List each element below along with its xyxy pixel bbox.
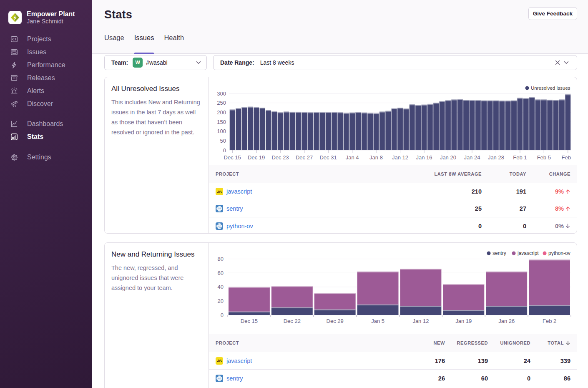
svg-text:Jan 12: Jan 12 — [392, 154, 408, 161]
svg-text:0: 0 — [223, 147, 226, 154]
svg-text:200: 200 — [217, 109, 226, 116]
svg-text:40: 40 — [218, 284, 224, 290]
svg-text:Jan 12: Jan 12 — [412, 318, 429, 324]
svg-text:Jan 4: Jan 4 — [346, 154, 359, 161]
svg-text:150: 150 — [217, 119, 226, 125]
svg-text:Feb 5: Feb 5 — [537, 154, 551, 161]
svg-text:250: 250 — [217, 100, 226, 106]
svg-text:Jan 26: Jan 26 — [498, 318, 515, 324]
svg-text:80: 80 — [218, 256, 224, 262]
svg-text:Feb 2: Feb 2 — [543, 318, 556, 324]
svg-text:Dec 31: Dec 31 — [319, 154, 337, 161]
svg-text:0: 0 — [221, 312, 224, 318]
svg-text:python-ov: python-ov — [548, 250, 570, 256]
svg-text:Dec 19: Dec 19 — [248, 154, 265, 161]
svg-text:Unresolved Issues: Unresolved Issues — [531, 86, 570, 91]
svg-text:100: 100 — [217, 128, 226, 134]
svg-text:Feb: Feb — [562, 154, 571, 161]
svg-text:Jan 20: Jan 20 — [440, 154, 456, 161]
svg-text:Dec 15: Dec 15 — [241, 318, 258, 324]
svg-text:sentry: sentry — [493, 250, 506, 256]
svg-text:Jan 16: Jan 16 — [416, 154, 432, 161]
svg-text:Jan 19: Jan 19 — [455, 318, 472, 324]
svg-text:60: 60 — [218, 270, 224, 276]
svg-text:Dec 15: Dec 15 — [224, 154, 241, 161]
svg-text:Jan 5: Jan 5 — [371, 318, 384, 324]
svg-text:Dec 23: Dec 23 — [271, 154, 289, 161]
svg-text:Jan 28: Jan 28 — [488, 154, 504, 161]
svg-text:Feb 1: Feb 1 — [513, 154, 527, 161]
svg-text:300: 300 — [217, 91, 226, 97]
svg-text:javascript: javascript — [517, 250, 539, 256]
svg-text:Dec 27: Dec 27 — [296, 154, 313, 161]
svg-text:Jan 24: Jan 24 — [464, 154, 480, 161]
svg-text:Jan 8: Jan 8 — [369, 154, 383, 161]
svg-text:Dec 22: Dec 22 — [284, 318, 301, 324]
svg-text:50: 50 — [220, 138, 226, 144]
svg-text:Dec 29: Dec 29 — [327, 318, 344, 324]
svg-text:20: 20 — [218, 298, 224, 304]
